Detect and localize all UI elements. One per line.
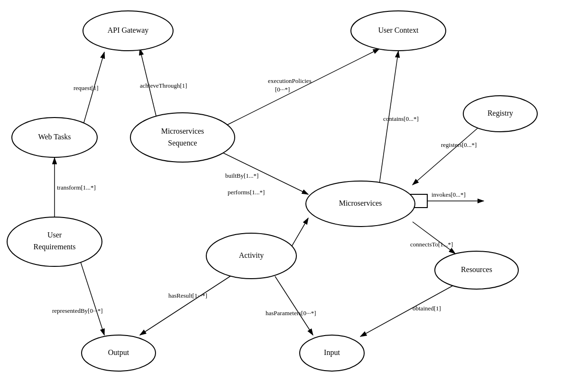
node-label-activity: Activity — [239, 251, 264, 260]
node-label-output: Output — [108, 348, 129, 357]
node-user-requirements — [7, 217, 102, 266]
node-label-microservices: Microservices — [339, 199, 382, 207]
edge-label-contains: contains[0...*] — [383, 115, 419, 122]
edge-performs — [292, 218, 308, 246]
node-label-input: Input — [324, 348, 340, 357]
edge-label-execution-policies: executionPolicies — [268, 77, 312, 84]
edge-label-execution-policies-2: [0···*] — [275, 86, 290, 93]
edge-label-request: request[1] — [74, 84, 99, 91]
node-label-microservices-sequence-1: Microservices — [161, 127, 204, 135]
diagram-container: request[1] achieveThrough[1] executionPo… — [0, 0, 588, 391]
edge-label-has-parameters: hasParameters[0···*] — [266, 309, 316, 317]
node-label-user-context: User Context — [378, 26, 419, 34]
edge-label-performs: performs[1...*] — [228, 189, 265, 196]
node-label-user-requirements-1: User — [47, 231, 62, 239]
edge-label-registers: registers[0...*] — [441, 141, 477, 148]
node-label-microservices-sequence-2: Sequence — [168, 139, 197, 147]
node-label-web-tasks: Web Tasks — [38, 133, 71, 141]
node-label-user-requirements-2: Requirements — [34, 243, 76, 251]
node-label-registry: Registry — [487, 109, 513, 118]
node-microservices-sequence — [130, 113, 235, 162]
edge-label-represented-by: representedBy[0···*] — [52, 307, 103, 314]
edge-label-has-result: hasResult[1···*] — [168, 292, 207, 299]
node-label-api-gateway: API Gateway — [108, 26, 149, 35]
edge-execution-policies — [223, 49, 379, 127]
edge-obtained — [360, 284, 455, 336]
edge-label-transform: transform[1...*] — [57, 184, 96, 191]
edge-label-built-by: builtBy[1...*] — [225, 172, 258, 179]
edge-has-parameters — [275, 276, 313, 335]
edge-label-obtained: obtained[1] — [413, 305, 441, 312]
edge-represented-by — [81, 262, 104, 335]
edge-label-achieve-through: achieveThrough[1] — [140, 82, 187, 89]
edge-connects-to — [413, 222, 455, 254]
edge-label-invokes: invokes[0...*] — [432, 191, 466, 198]
architecture-diagram: request[1] achieveThrough[1] executionPo… — [0, 0, 588, 391]
edge-registers — [413, 127, 479, 185]
edge-label-connects-to: connectsTo[1...*] — [410, 241, 453, 248]
node-label-resources: Resources — [461, 265, 492, 273]
edge-has-result — [140, 275, 232, 335]
